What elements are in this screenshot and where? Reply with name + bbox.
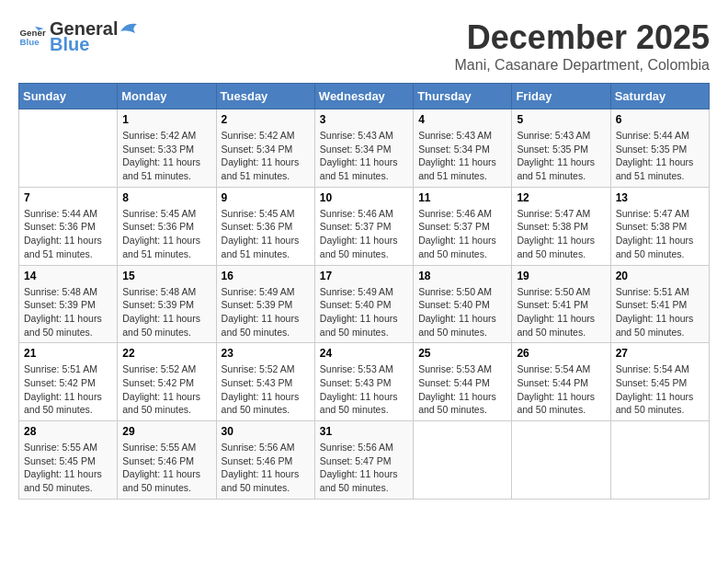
day-number: 6: [616, 113, 704, 126]
calendar-cell: 15Sunrise: 5:48 AMSunset: 5:39 PMDayligh…: [118, 265, 216, 343]
calendar-cell: 26Sunrise: 5:54 AMSunset: 5:44 PMDayligh…: [512, 343, 610, 421]
week-row-2: 14Sunrise: 5:48 AMSunset: 5:39 PMDayligh…: [19, 265, 710, 343]
day-info: Sunrise: 5:44 AMSunset: 5:35 PMDaylight:…: [616, 129, 704, 183]
day-info: Sunrise: 5:55 AMSunset: 5:46 PMDaylight:…: [122, 441, 210, 495]
calendar-cell: 28Sunrise: 5:55 AMSunset: 5:45 PMDayligh…: [19, 421, 118, 500]
header: General Blue General Blue December 2025 …: [18, 18, 710, 74]
day-number: 15: [122, 270, 210, 282]
day-number: 24: [320, 347, 408, 360]
calendar-cell: 3Sunrise: 5:43 AMSunset: 5:34 PMDaylight…: [314, 109, 413, 188]
calendar-cell: 31Sunrise: 5:56 AMSunset: 5:47 PMDayligh…: [314, 421, 413, 500]
day-number: 11: [418, 191, 506, 204]
day-info: Sunrise: 5:43 AMSunset: 5:34 PMDaylight:…: [320, 129, 408, 183]
calendar-cell: [414, 421, 512, 500]
calendar-cell: [19, 109, 118, 188]
week-row-1: 7Sunrise: 5:44 AMSunset: 5:36 PMDaylight…: [19, 187, 710, 265]
day-number: 25: [418, 347, 506, 360]
day-info: Sunrise: 5:47 AMSunset: 5:38 PMDaylight:…: [616, 207, 704, 261]
day-number: 5: [517, 113, 605, 126]
calendar-cell: 4Sunrise: 5:43 AMSunset: 5:34 PMDaylight…: [414, 109, 512, 188]
day-number: 30: [222, 425, 310, 438]
day-info: Sunrise: 5:54 AMSunset: 5:45 PMDaylight:…: [616, 362, 704, 417]
day-number: 17: [320, 270, 408, 282]
day-number: 21: [24, 347, 112, 360]
calendar-cell: 10Sunrise: 5:46 AMSunset: 5:37 PMDayligh…: [314, 187, 413, 265]
logo: General Blue General Blue: [18, 18, 141, 55]
calendar-table: SundayMondayTuesdayWednesdayThursdayFrid…: [18, 83, 710, 500]
day-header-thursday: Thursday: [414, 84, 512, 109]
logo-text-block: General Blue: [50, 18, 141, 55]
calendar-cell: 8Sunrise: 5:45 AMSunset: 5:36 PMDaylight…: [118, 187, 216, 265]
calendar-cell: 5Sunrise: 5:43 AMSunset: 5:35 PMDaylight…: [512, 109, 610, 188]
main-title: December 2025: [455, 18, 710, 57]
day-info: Sunrise: 5:45 AMSunset: 5:36 PMDaylight:…: [122, 207, 210, 261]
calendar-cell: 23Sunrise: 5:52 AMSunset: 5:43 PMDayligh…: [216, 343, 314, 421]
logo-wing-icon: [119, 20, 139, 35]
day-number: 26: [517, 347, 605, 360]
day-number: 9: [222, 191, 310, 204]
sub-title: Mani, Casanare Department, Colombia: [455, 57, 710, 74]
calendar-cell: 14Sunrise: 5:48 AMSunset: 5:39 PMDayligh…: [19, 265, 118, 343]
day-number: 14: [24, 270, 112, 282]
day-info: Sunrise: 5:43 AMSunset: 5:34 PMDaylight:…: [418, 129, 506, 183]
calendar-cell: 17Sunrise: 5:49 AMSunset: 5:40 PMDayligh…: [314, 265, 413, 343]
day-header-tuesday: Tuesday: [216, 84, 314, 109]
days-header-row: SundayMondayTuesdayWednesdayThursdayFrid…: [19, 84, 710, 109]
day-number: 20: [616, 270, 704, 282]
day-number: 12: [517, 191, 605, 204]
day-number: 2: [222, 113, 310, 126]
calendar-cell: 22Sunrise: 5:52 AMSunset: 5:42 PMDayligh…: [118, 343, 216, 421]
day-info: Sunrise: 5:46 AMSunset: 5:37 PMDaylight:…: [320, 207, 408, 261]
day-info: Sunrise: 5:49 AMSunset: 5:40 PMDaylight:…: [320, 285, 408, 339]
day-header-friday: Friday: [512, 84, 610, 109]
day-info: Sunrise: 5:42 AMSunset: 5:34 PMDaylight:…: [222, 129, 310, 183]
day-info: Sunrise: 5:46 AMSunset: 5:37 PMDaylight:…: [418, 207, 506, 261]
day-number: 31: [320, 425, 408, 438]
calendar-cell: [512, 421, 610, 500]
logo-icon: General Blue: [18, 23, 46, 51]
day-header-wednesday: Wednesday: [314, 84, 413, 109]
calendar-cell: 12Sunrise: 5:47 AMSunset: 5:38 PMDayligh…: [512, 187, 610, 265]
day-info: Sunrise: 5:56 AMSunset: 5:46 PMDaylight:…: [222, 441, 310, 495]
title-area: December 2025 Mani, Casanare Department,…: [455, 18, 710, 74]
day-number: 19: [517, 270, 605, 282]
day-number: 13: [616, 191, 704, 204]
calendar-cell: 9Sunrise: 5:45 AMSunset: 5:36 PMDaylight…: [216, 187, 314, 265]
day-number: 10: [320, 191, 408, 204]
day-info: Sunrise: 5:50 AMSunset: 5:41 PMDaylight:…: [517, 285, 605, 339]
calendar-cell: 24Sunrise: 5:53 AMSunset: 5:43 PMDayligh…: [314, 343, 413, 421]
calendar-cell: 20Sunrise: 5:51 AMSunset: 5:41 PMDayligh…: [610, 265, 709, 343]
day-info: Sunrise: 5:51 AMSunset: 5:41 PMDaylight:…: [616, 285, 704, 339]
day-info: Sunrise: 5:42 AMSunset: 5:33 PMDaylight:…: [122, 129, 210, 183]
calendar-cell: [610, 421, 709, 500]
svg-text:Blue: Blue: [20, 37, 40, 47]
day-info: Sunrise: 5:45 AMSunset: 5:36 PMDaylight:…: [222, 207, 310, 261]
calendar-cell: 7Sunrise: 5:44 AMSunset: 5:36 PMDaylight…: [19, 187, 118, 265]
day-info: Sunrise: 5:47 AMSunset: 5:38 PMDaylight:…: [517, 207, 605, 261]
day-info: Sunrise: 5:53 AMSunset: 5:43 PMDaylight:…: [320, 362, 408, 417]
calendar-cell: 1Sunrise: 5:42 AMSunset: 5:33 PMDaylight…: [118, 109, 216, 188]
day-number: 16: [222, 270, 310, 282]
day-number: 7: [24, 191, 112, 204]
week-row-0: 1Sunrise: 5:42 AMSunset: 5:33 PMDaylight…: [19, 109, 710, 188]
calendar-cell: 27Sunrise: 5:54 AMSunset: 5:45 PMDayligh…: [610, 343, 709, 421]
calendar-cell: 25Sunrise: 5:53 AMSunset: 5:44 PMDayligh…: [414, 343, 512, 421]
day-number: 4: [418, 113, 506, 126]
day-number: 18: [418, 270, 506, 282]
day-info: Sunrise: 5:55 AMSunset: 5:45 PMDaylight:…: [24, 441, 112, 495]
day-number: 22: [122, 347, 210, 360]
day-info: Sunrise: 5:44 AMSunset: 5:36 PMDaylight:…: [24, 207, 112, 261]
calendar-cell: 30Sunrise: 5:56 AMSunset: 5:46 PMDayligh…: [216, 421, 314, 500]
day-header-saturday: Saturday: [610, 84, 709, 109]
day-number: 27: [616, 347, 704, 360]
calendar-cell: 29Sunrise: 5:55 AMSunset: 5:46 PMDayligh…: [118, 421, 216, 500]
calendar-cell: 11Sunrise: 5:46 AMSunset: 5:37 PMDayligh…: [414, 187, 512, 265]
day-info: Sunrise: 5:51 AMSunset: 5:42 PMDaylight:…: [24, 362, 112, 417]
week-row-3: 21Sunrise: 5:51 AMSunset: 5:42 PMDayligh…: [19, 343, 710, 421]
day-number: 28: [24, 425, 112, 438]
calendar-cell: 16Sunrise: 5:49 AMSunset: 5:39 PMDayligh…: [216, 265, 314, 343]
day-info: Sunrise: 5:52 AMSunset: 5:43 PMDaylight:…: [222, 362, 310, 417]
week-row-4: 28Sunrise: 5:55 AMSunset: 5:45 PMDayligh…: [19, 421, 710, 500]
day-info: Sunrise: 5:48 AMSunset: 5:39 PMDaylight:…: [122, 285, 210, 339]
calendar-cell: 21Sunrise: 5:51 AMSunset: 5:42 PMDayligh…: [19, 343, 118, 421]
